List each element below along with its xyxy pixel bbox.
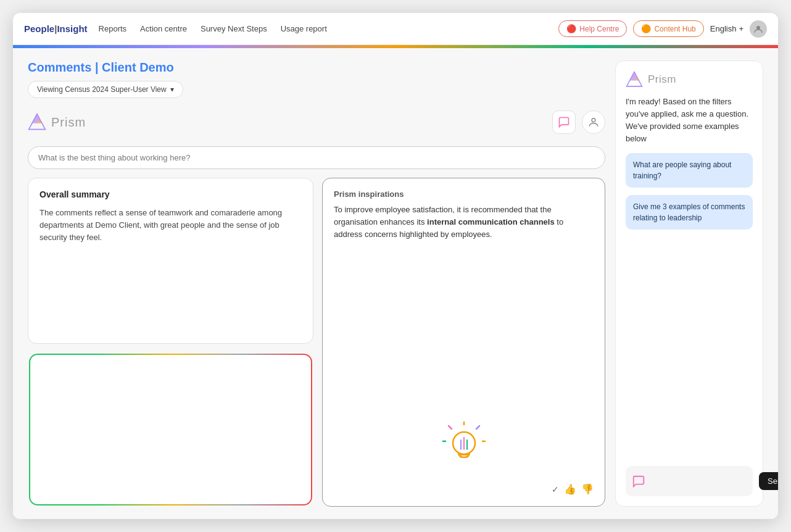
overall-summary-card: Overall summary The comments reflect a s… xyxy=(28,178,313,344)
inspiration-title: Prism inspirations xyxy=(334,189,594,199)
lang-text: English xyxy=(710,24,737,33)
settings-icon-svg xyxy=(587,116,600,128)
help-icon: 🔴 xyxy=(566,24,576,33)
prism-panel-logo-icon xyxy=(626,71,643,88)
prism-suggestion-1[interactable]: What are people saying about training? xyxy=(626,153,753,188)
prism-input-area: Send xyxy=(626,466,753,496)
svg-point-3 xyxy=(592,118,595,122)
chat-bubble-input-icon xyxy=(632,475,645,488)
chat-icon-svg xyxy=(558,116,570,128)
prism-suggestion-2[interactable]: Give me 3 examples of comments relating … xyxy=(626,195,753,230)
prism-panel-title: Prism xyxy=(648,73,676,86)
nav-action-centre[interactable]: Action centre xyxy=(140,24,187,33)
language-selector[interactable]: English + xyxy=(710,24,743,33)
page-title-client: Client Demo xyxy=(102,60,174,74)
donut-percent: 34% xyxy=(233,434,252,443)
svg-line-9 xyxy=(449,426,452,429)
logo-text: People|Insight xyxy=(24,23,88,34)
overall-title: Overall summary xyxy=(39,189,302,199)
logo: People|Insight xyxy=(24,23,88,34)
svg-marker-2 xyxy=(32,114,43,123)
search-input[interactable] xyxy=(28,146,605,169)
nav-survey-next-steps[interactable]: Survey Next Steps xyxy=(201,24,267,33)
prism-text-input[interactable] xyxy=(650,476,754,486)
content-label: Content Hub xyxy=(654,25,695,33)
check-icon: ✓ xyxy=(552,484,559,494)
donut-wrapper: 34% (n=224) 👍 👎 xyxy=(40,420,301,463)
main-content: Comments | Client Demo Viewing Census 20… xyxy=(13,48,778,519)
content-icon: 🟠 xyxy=(641,24,651,33)
people-text: The comments reflect a sense of teamwork… xyxy=(40,377,301,414)
cards-row: Overall summary The comments reflect a s… xyxy=(28,178,605,507)
page-header: Comments | Client Demo Viewing Census 20… xyxy=(28,60,605,98)
view-label: Viewing Census 2024 Super-User View xyxy=(37,85,167,94)
left-panel: Comments | Client Demo Viewing Census 20… xyxy=(28,60,605,507)
chat-input-icon xyxy=(632,473,645,490)
inspiration-thumbs-down[interactable]: 👎 xyxy=(581,483,594,495)
thumbs-down-button[interactable]: 👎 xyxy=(289,436,301,448)
help-label: Help Centre xyxy=(579,25,619,33)
donut-count: (n=224) xyxy=(233,443,252,451)
page-title-static: Comments | xyxy=(28,60,102,74)
user-avatar[interactable] xyxy=(750,20,767,38)
topbar-right: 🔴 Help Centre 🟠 Content Hub English + xyxy=(558,20,767,38)
svg-line-8 xyxy=(476,426,479,429)
inspiration-footer: ✓ 👍 👎 xyxy=(334,483,594,495)
people-teamwork-card: People and teamwork The comments reflect… xyxy=(28,352,313,507)
app-window: People|Insight Reports Action centre Sur… xyxy=(13,13,778,519)
avatar-icon xyxy=(753,24,763,34)
inspiration-card: Prism inspirations To improve employee s… xyxy=(322,178,605,507)
lightbulb-wrapper xyxy=(334,422,594,471)
nav-usage-report[interactable]: Usage report xyxy=(281,24,327,33)
prism-logo-bar: Prism xyxy=(28,113,86,131)
chevron-down-icon: ▾ xyxy=(170,85,174,94)
lang-plus: + xyxy=(739,24,743,33)
help-centre-button[interactable]: 🔴 Help Centre xyxy=(558,20,627,37)
people-title: People and teamwork xyxy=(40,365,301,375)
lightbulb-icon xyxy=(442,422,486,471)
right-panel: Prism I'm ready! Based on the filters yo… xyxy=(615,60,763,507)
nav-links: Reports Action centre Survey Next Steps … xyxy=(99,24,548,33)
prism-header-bar: Prism xyxy=(28,107,605,138)
inspiration-text: To improve employee satisfaction, it is … xyxy=(334,204,594,414)
svg-marker-19 xyxy=(629,72,639,81)
topbar: People|Insight Reports Action centre Sur… xyxy=(13,13,778,45)
chat-bubble-icon[interactable] xyxy=(552,110,576,134)
prism-logo-text: Prism xyxy=(51,115,86,130)
prism-panel: Prism I'm ready! Based on the filters yo… xyxy=(615,60,763,507)
content-hub-button[interactable]: 🟠 Content Hub xyxy=(633,20,703,37)
left-cards: Overall summary The comments reflect a s… xyxy=(28,178,313,507)
inspiration-thumbs-up[interactable]: 👍 xyxy=(564,483,576,495)
overall-text: The comments reflect a sense of teamwork… xyxy=(39,207,302,244)
donut-label: 34% (n=224) xyxy=(233,434,252,450)
send-button[interactable]: Send xyxy=(759,472,778,490)
nav-reports[interactable]: Reports xyxy=(99,24,127,33)
avatar-settings-icon[interactable] xyxy=(582,110,605,134)
thumbs-up-button[interactable]: 👍 xyxy=(271,436,284,448)
prism-bar-icons xyxy=(552,110,605,134)
prism-panel-header: Prism xyxy=(626,71,753,88)
page-title: Comments | Client Demo xyxy=(28,60,605,75)
view-selector[interactable]: Viewing Census 2024 Super-User View ▾ xyxy=(28,81,183,98)
donut-chart: 34% (n=224) xyxy=(221,420,264,463)
prism-intro-text: I'm ready! Based on the filters you've a… xyxy=(626,96,753,146)
svg-point-0 xyxy=(756,26,760,30)
thumbs-row: 👍 👎 xyxy=(271,436,301,448)
prism-spacer xyxy=(626,237,753,459)
prism-logo-icon xyxy=(28,113,46,131)
